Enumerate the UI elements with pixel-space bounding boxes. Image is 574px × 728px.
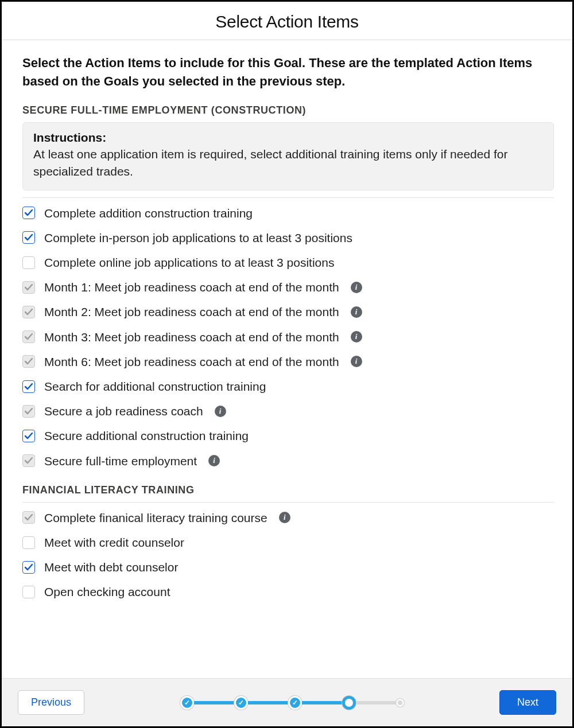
- item-label: Month 6: Meet job readiness coach at end…: [44, 355, 339, 369]
- progress-bar: [302, 701, 342, 704]
- divider: [22, 502, 554, 503]
- modal-content: Select the Action Items to include for t…: [2, 40, 572, 678]
- item-label: Complete online job applications to at l…: [44, 255, 334, 270]
- checkbox[interactable]: [22, 231, 35, 244]
- item-label: Secure full-time employment: [44, 454, 197, 468]
- list-item: Search for additional construction train…: [22, 379, 554, 394]
- modal-footer: Previous Next: [2, 678, 572, 726]
- info-icon[interactable]: i: [351, 306, 362, 318]
- next-button[interactable]: Next: [499, 690, 556, 715]
- list-item: Month 1: Meet job readiness coach at end…: [22, 280, 554, 294]
- checkbox[interactable]: [22, 536, 35, 549]
- section-title: SECURE FULL-TIME EMPLOYMENT (CONSTRUCTIO…: [22, 104, 554, 116]
- list-item: Complete online job applications to at l…: [22, 255, 554, 270]
- modal-header: Select Action Items: [2, 2, 572, 40]
- progress-step: [180, 696, 194, 710]
- list-item: Complete addition construction training: [22, 206, 554, 220]
- item-list-employment: Complete addition construction training …: [22, 206, 554, 468]
- checkbox[interactable]: [22, 207, 35, 219]
- item-label: Meet with debt counselor: [44, 560, 178, 574]
- item-label: Month 3: Meet job readiness coach at end…: [44, 330, 339, 344]
- checkbox[interactable]: [22, 586, 35, 598]
- list-item: Complete finanical literacy training cou…: [22, 511, 554, 525]
- info-icon[interactable]: i: [215, 406, 226, 417]
- list-item: Meet with credit counselor: [22, 535, 554, 550]
- list-item: Meet with debt counselor: [22, 560, 554, 574]
- progress-bar: [356, 701, 396, 704]
- checkbox-locked: [22, 454, 35, 467]
- checkbox-locked: [22, 306, 35, 318]
- info-icon[interactable]: i: [351, 331, 362, 342]
- divider: [22, 197, 554, 198]
- page-title: Select Action Items: [2, 12, 572, 32]
- checkbox-locked: [22, 405, 35, 418]
- checkbox-locked: [22, 281, 35, 294]
- checkbox[interactable]: [22, 430, 35, 442]
- intro-text: Select the Action Items to include for t…: [22, 54, 554, 91]
- item-label: Month 2: Meet job readiness coach at end…: [44, 305, 339, 319]
- item-label: Complete addition construction training: [44, 206, 253, 220]
- item-label: Complete in-person job applications to a…: [44, 231, 352, 245]
- progress-indicator: [180, 696, 404, 710]
- progress-step: [288, 696, 302, 710]
- checkbox[interactable]: [22, 380, 35, 393]
- progress-bar: [194, 701, 234, 704]
- item-label: Meet with credit counselor: [44, 535, 184, 550]
- checkbox[interactable]: [22, 561, 35, 574]
- progress-bar: [248, 701, 288, 704]
- progress-step-current: [342, 696, 356, 710]
- item-label: Open checking account: [44, 585, 170, 599]
- item-label: Complete finanical literacy training cou…: [44, 511, 267, 525]
- checkbox-locked: [22, 511, 35, 524]
- checkbox[interactable]: [22, 256, 35, 269]
- list-item: Secure a job readiness coach i: [22, 404, 554, 418]
- section-employment: SECURE FULL-TIME EMPLOYMENT (CONSTRUCTIO…: [22, 104, 554, 468]
- instructions-label: Instructions:: [33, 131, 543, 145]
- list-item: Secure full-time employment i: [22, 454, 554, 468]
- info-icon[interactable]: i: [351, 356, 362, 367]
- item-label: Secure additional construction training: [44, 429, 249, 443]
- checkbox-locked: [22, 330, 35, 343]
- list-item: Open checking account: [22, 585, 554, 599]
- list-item: Month 6: Meet job readiness coach at end…: [22, 355, 554, 369]
- progress-step: [396, 699, 404, 707]
- section-financial: FINANCIAL LITERACY TRAINING Complete fin…: [22, 484, 554, 599]
- info-icon[interactable]: i: [279, 512, 290, 523]
- list-item: Month 2: Meet job readiness coach at end…: [22, 305, 554, 319]
- item-label: Secure a job readiness coach: [44, 404, 203, 418]
- info-icon[interactable]: i: [208, 455, 220, 466]
- progress-step: [234, 696, 248, 710]
- section-title: FINANCIAL LITERACY TRAINING: [22, 484, 554, 496]
- item-label: Month 1: Meet job readiness coach at end…: [44, 280, 339, 294]
- info-icon[interactable]: i: [351, 282, 362, 293]
- list-item: Month 3: Meet job readiness coach at end…: [22, 330, 554, 344]
- checkbox-locked: [22, 355, 35, 368]
- list-item: Secure additional construction training: [22, 429, 554, 443]
- item-list-financial: Complete finanical literacy training cou…: [22, 511, 554, 599]
- list-item: Complete in-person job applications to a…: [22, 231, 554, 245]
- instructions-box: Instructions: At least one application i…: [22, 122, 554, 190]
- previous-button[interactable]: Previous: [18, 690, 84, 715]
- item-label: Search for additional construction train…: [44, 379, 266, 394]
- instructions-text: At least one application item is require…: [33, 146, 543, 181]
